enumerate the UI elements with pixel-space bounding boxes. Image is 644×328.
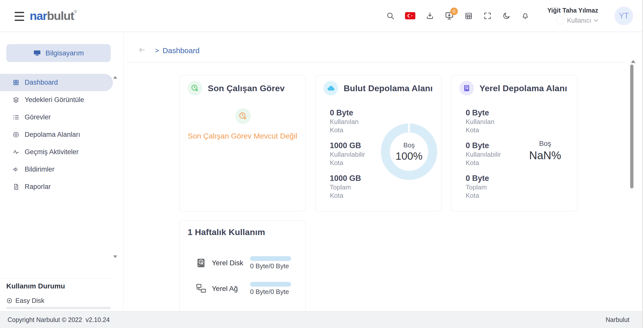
stat-used: 0 Byte Kullanılan Kota (330, 108, 365, 134)
empty-task-icon-circle (235, 108, 251, 124)
weekly-usage-value: 0 Byte/0 Byte (250, 288, 292, 296)
content-scrollbar-thumb[interactable] (630, 64, 633, 188)
usage-disk-row: Easy Disk (6, 297, 45, 305)
sidebar-item-notifications[interactable]: Bildirimler (0, 161, 113, 178)
breadcrumb-current[interactable]: Dashboard (163, 46, 199, 55)
stat-total: 1000 GB Toplam Kota (330, 174, 365, 200)
last-task-card: Son Çalışan Görev Son Çalışan Görev Mevc… (179, 75, 306, 211)
footer: Copyright Narbulut © 2022 v2.10.24 Narbu… (0, 311, 644, 328)
user-name: Yiğit Taha Yılmaz (547, 7, 598, 14)
stat-used: 0 Byte Kullanılan Kota (466, 108, 501, 134)
last-task-title: Son Çalışan Görev (208, 83, 285, 93)
dashboard-grid-icon (13, 79, 19, 86)
layers-icon (13, 96, 19, 103)
my-computer-label: Bilgisayarım (46, 49, 84, 57)
clock-x-icon (239, 112, 247, 120)
sidebar-scroll-down-arrow[interactable] (113, 255, 117, 258)
local-free-block: Boş NaN% (525, 140, 565, 162)
weekly-usage-value: 0 Byte/0 Byte (250, 262, 292, 270)
footer-brand: Narbulut (606, 316, 630, 323)
app-window: narbulut® 0 (0, 0, 644, 328)
cloud-icon-circle (324, 81, 338, 95)
hdd-icon-circle (459, 81, 474, 95)
logo-registered-mark: ® (74, 9, 77, 14)
hamburger-icon (15, 12, 24, 13)
back-button[interactable] (138, 46, 146, 55)
user-menu[interactable]: Yiğit Taha Yılmaz Kullanıcı (547, 7, 598, 25)
sidebar-item-label: Geçmiş Aktiviteler (25, 148, 79, 156)
cloud-storage-card: Bulut Depolama Alanı 0 Byte Kullanılan K… (315, 75, 441, 211)
stat-available: 0 Byte Kullanılabilir Kota (466, 141, 501, 167)
user-role-circle (556, 16, 565, 25)
user-role: Kullanıcı (567, 17, 591, 24)
local-storage-card: Yerel Depolama Alanı 0 Byte Kullanılan K… (451, 75, 577, 211)
avatar[interactable]: YT (615, 7, 633, 25)
turkish-flag-icon (405, 12, 415, 19)
sidebar-item-label: Depolama Alanları (25, 131, 80, 139)
activity-pulse-icon (13, 149, 19, 155)
sidebar-item-view-backups[interactable]: Yedekleri Görüntüle (0, 91, 113, 109)
header-actions: 0 Yiğit Taha Yılmaz Kullanıcı (386, 7, 633, 25)
weekly-row-label: Yerel Disk (212, 259, 245, 267)
cloud-icon (327, 84, 335, 92)
agent-install-button[interactable]: 0 (445, 11, 454, 21)
list-icon (13, 114, 19, 121)
weekly-usage-title: 1 Haftalık Kullanım (188, 227, 265, 237)
content-scroll-up-arrow[interactable] (631, 60, 635, 63)
sidebar-item-label: Dashboard (25, 79, 58, 86)
donut-free-label: Boş (404, 141, 415, 149)
logo-text-nar: nar (30, 9, 47, 23)
monitor-icon (33, 49, 41, 57)
search-icon (386, 12, 395, 20)
empty-task-message: Son Çalışan Görev Mevcut Değil (180, 132, 305, 140)
window-scrollbar-track[interactable] (642, 0, 644, 328)
donut-free-percent: 100% (395, 150, 422, 162)
cloud-storage-title: Bulut Depolama Alanı (344, 83, 433, 93)
cloud-free-donut-chart: Boş 100% (381, 123, 437, 180)
chevron-down-icon (594, 19, 598, 22)
disc-icon (13, 131, 19, 138)
sidebar-scroll-up-arrow[interactable] (113, 76, 117, 79)
sidebar-item-past-activities[interactable]: Geçmiş Aktiviteler (0, 143, 113, 161)
moon-icon (502, 12, 511, 20)
logo[interactable]: narbulut® (30, 9, 77, 23)
calendar-button[interactable] (464, 12, 473, 20)
hard-disk-icon (463, 84, 471, 92)
sidebar-item-label: Bildirimler (25, 166, 55, 173)
content-divider (127, 62, 625, 62)
sidebar-item-label: Görevler (25, 113, 51, 121)
cloud-storage-stats: 0 Byte Kullanılan Kota 1000 GB Kullanıla… (330, 108, 365, 206)
fullscreen-button[interactable] (483, 12, 492, 20)
local-free-label: Boş (525, 140, 565, 148)
language-flag-button[interactable] (405, 12, 415, 19)
download-agent-button[interactable] (426, 12, 434, 20)
sidebar-item-tasks[interactable]: Görevler (0, 109, 113, 126)
menu-toggle-button[interactable] (15, 12, 26, 21)
stat-total: 0 Byte Toplam Kota (466, 174, 501, 200)
weekly-row-local-network: Yerel Ağ 0 Byte/0 Byte (180, 280, 305, 298)
network-icon (195, 283, 207, 295)
notifications-button[interactable] (521, 12, 530, 20)
hard-disk-icon (195, 257, 207, 269)
my-computer-button[interactable]: Bilgisayarım (6, 44, 111, 62)
header: narbulut® 0 (0, 0, 644, 32)
arrow-left-icon (138, 46, 146, 54)
weekly-usage-card: 1 Haftalık Kullanım Yerel Disk 0 Byte/0 … (179, 220, 306, 311)
clock-x-icon (191, 84, 199, 92)
download-icon (426, 12, 434, 20)
sidebar-item-reports[interactable]: Raporlar (0, 178, 113, 195)
usage-status-title: Kullanım Durumu (6, 282, 65, 290)
task-clock-icon-circle (188, 81, 202, 95)
sidebar-item-dashboard[interactable]: Dashboard (0, 74, 113, 91)
search-button[interactable] (386, 12, 395, 20)
calendar-grid-icon (464, 12, 473, 20)
sidebar-item-storage-areas[interactable]: Depolama Alanları (0, 126, 113, 143)
logo-text-bulut: bulut (47, 9, 74, 23)
weekly-usage-bar (250, 282, 291, 287)
dark-mode-button[interactable] (502, 12, 511, 20)
breadcrumb-separator: > (155, 47, 159, 55)
stat-available: 1000 GB Kullanılabilir Kota (330, 141, 365, 167)
weekly-row-label: Yerel Ağ (212, 285, 245, 293)
sidebar-item-label: Yedekleri Görüntüle (25, 96, 84, 104)
sidebar-item-label: Raporlar (25, 183, 51, 191)
